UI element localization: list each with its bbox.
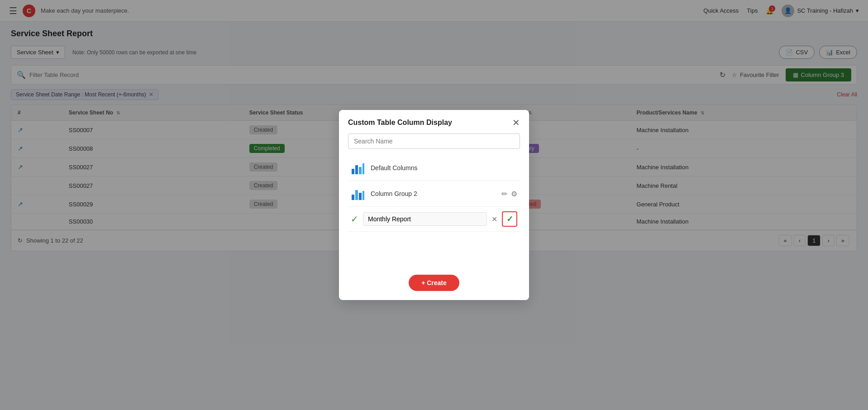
confirm-check-icon: ✓ bbox=[506, 214, 513, 224]
svg-rect-2 bbox=[359, 167, 362, 174]
svg-rect-4 bbox=[352, 195, 354, 200]
default-columns-label: Default Columns bbox=[371, 164, 517, 172]
modal-close-button[interactable]: ✕ bbox=[512, 118, 520, 127]
custom-table-column-modal: Custom Table Column Display ✕ Default Co… bbox=[339, 110, 529, 258]
gear-icon[interactable]: ⚙ bbox=[511, 190, 517, 198]
svg-rect-3 bbox=[362, 163, 364, 174]
default-columns-icon bbox=[351, 161, 365, 175]
svg-rect-1 bbox=[355, 165, 358, 174]
modal-header: Custom Table Column Display ✕ bbox=[339, 110, 529, 133]
modal-list: Default Columns Column Group 2 ✏ ⚙ bbox=[339, 155, 529, 258]
list-item[interactable]: Column Group 2 ✏ ⚙ bbox=[348, 181, 520, 207]
svg-rect-5 bbox=[355, 190, 358, 200]
svg-rect-6 bbox=[359, 193, 362, 200]
modal-search-input[interactable] bbox=[348, 133, 520, 149]
column-group2-label: Column Group 2 bbox=[371, 190, 496, 197]
list-item-editing: ✓ ✕ ✓ bbox=[348, 207, 520, 232]
column-group2-icon bbox=[351, 186, 365, 201]
monthly-check-icon: ✓ bbox=[351, 214, 358, 224]
column-group2-actions: ✏ ⚙ bbox=[501, 190, 517, 198]
edit-icon[interactable]: ✏ bbox=[501, 190, 507, 198]
modal-title: Custom Table Column Display bbox=[348, 119, 452, 127]
monthly-confirm-button[interactable]: ✓ bbox=[502, 211, 517, 227]
monthly-report-input[interactable] bbox=[363, 212, 487, 226]
svg-rect-0 bbox=[352, 169, 354, 174]
svg-rect-7 bbox=[362, 191, 364, 200]
modal-overlay: Custom Table Column Display ✕ Default Co… bbox=[0, 0, 868, 258]
monthly-remove-icon[interactable]: ✕ bbox=[491, 215, 497, 224]
list-item[interactable]: Default Columns bbox=[348, 155, 520, 181]
